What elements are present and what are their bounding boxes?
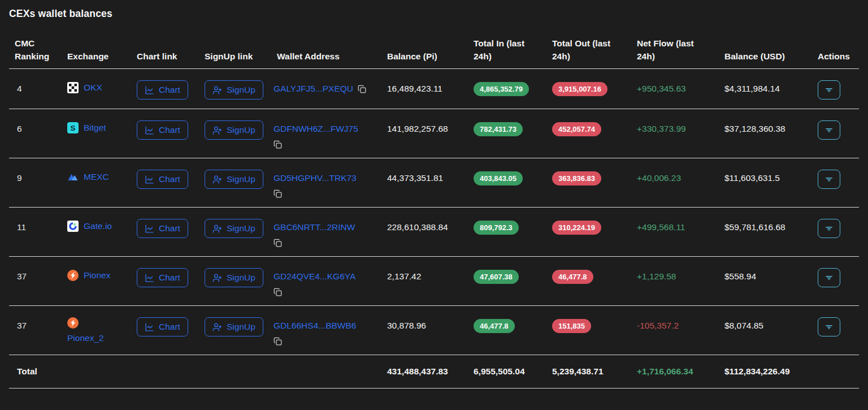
total-in-badge: 403,843.05: [474, 171, 523, 185]
exchange-name: OKX: [84, 80, 102, 95]
balance-usd-value: $59,781,616.68: [720, 219, 813, 236]
signup-button-label: SignUp: [227, 125, 255, 135]
net-flow-value: +330,373.99: [632, 120, 720, 137]
balance-pi-value: 228,610,388.84: [383, 219, 469, 236]
copy-icon[interactable]: [274, 335, 375, 347]
signup-link-button[interactable]: SignUp: [205, 268, 263, 287]
signup-link-button[interactable]: SignUp: [205, 80, 263, 100]
cmc-ranking-value: 9: [9, 170, 63, 187]
exchange-link[interactable]: MEXC: [67, 170, 116, 184]
actions-filter-button[interactable]: [818, 219, 840, 238]
okx-logo: [67, 82, 79, 93]
column-header-balance-usd: Balance (USD): [720, 50, 813, 63]
actions-filter-button[interactable]: [818, 317, 840, 336]
total-in-badge: 46,477.8: [474, 319, 515, 333]
chart-button-label: Chart: [159, 174, 180, 184]
copy-icon[interactable]: [274, 286, 375, 297]
exchange-link[interactable]: S Bitget: [67, 120, 116, 135]
cmc-ranking-value: 4: [9, 80, 63, 97]
pionex-logo: [67, 270, 79, 281]
chart-link-button[interactable]: Chart: [137, 80, 188, 100]
table-row: 4 OKX Chart SignUp GALYJFJ5...PXEQU: [9, 69, 859, 109]
wallet-address-link[interactable]: GALYJFJ5...PXEQU: [274, 80, 353, 97]
signup-link-button[interactable]: SignUp: [205, 120, 263, 140]
column-header-net-flow: Net Flow (last 24h): [632, 37, 720, 63]
exchange-link[interactable]: OKX: [67, 80, 116, 95]
column-header-cmc-ranking: CMC Ranking: [9, 37, 63, 63]
wallet-address-link[interactable]: GDL66HS4...BBWB6: [274, 317, 356, 334]
signup-button-label: SignUp: [227, 85, 255, 95]
column-header-signup-link: SignUp link: [200, 50, 272, 63]
actions-filter-button[interactable]: [818, 268, 840, 287]
exchange-name: Pionex: [84, 268, 110, 283]
column-header-total-in: Total In (last 24h): [469, 37, 548, 63]
filter-icon: [824, 223, 834, 234]
exchange-link[interactable]: Pionex_2: [67, 317, 116, 346]
balance-usd-value: $11,603,631.5: [720, 170, 813, 187]
user-plus-icon: [212, 175, 222, 184]
filter-icon: [824, 85, 834, 95]
filter-icon: [824, 125, 834, 135]
chart-button-label: Chart: [159, 273, 180, 283]
signup-link-button[interactable]: SignUp: [205, 219, 263, 238]
copy-icon[interactable]: [358, 83, 366, 94]
cmc-ranking-value: 37: [9, 268, 63, 285]
total-out-badge: 363,836.83: [552, 171, 601, 185]
filter-icon: [824, 273, 834, 283]
exchange-name: Gate.io: [84, 219, 112, 234]
signup-button-label: SignUp: [227, 273, 255, 283]
page-title: CEXs wallet balances: [9, 8, 859, 20]
actions-filter-button[interactable]: [818, 80, 840, 100]
exchange-name: MEXC: [84, 170, 109, 184]
net-flow-value: +1,129.58: [632, 268, 720, 285]
chart-link-button[interactable]: Chart: [137, 219, 188, 238]
wallet-address-link[interactable]: GD24QVE4...KG6YA: [274, 268, 355, 285]
copy-icon[interactable]: [274, 237, 375, 248]
total-out-value: 5,239,438.71: [548, 363, 632, 380]
bitget-logo: S: [67, 122, 79, 133]
chart-line-icon: [145, 85, 154, 95]
copy-icon[interactable]: [274, 188, 375, 199]
signup-button-label: SignUp: [227, 322, 255, 332]
wallet-address-link[interactable]: GD5HGPHV...TRK73: [274, 170, 357, 187]
balance-usd-value: $558.94: [720, 268, 813, 285]
copy-icon[interactable]: [274, 139, 375, 150]
column-header-balance-pi: Balance (Pi): [383, 50, 469, 63]
total-out-badge: 452,057.74: [552, 122, 601, 136]
column-header-exchange: Exchange: [63, 50, 132, 63]
chart-line-icon: [145, 126, 154, 135]
signup-link-button[interactable]: SignUp: [205, 170, 263, 189]
total-in-badge: 4,865,352.79: [474, 82, 529, 96]
chart-link-button[interactable]: Chart: [137, 268, 188, 287]
actions-filter-button[interactable]: [818, 120, 840, 140]
chart-link-button[interactable]: Chart: [137, 170, 188, 189]
balance-pi-value: 44,373,351.81: [383, 170, 469, 187]
total-balance-usd-value: $112,834,226.49: [720, 363, 813, 380]
chart-line-icon: [145, 224, 154, 234]
exchange-link[interactable]: Pionex: [67, 268, 116, 283]
chart-line-icon: [145, 322, 154, 332]
cmc-ranking-value: 11: [9, 219, 63, 236]
cmc-ranking-value: 37: [9, 317, 63, 334]
chart-button-label: Chart: [159, 322, 180, 332]
signup-link-button[interactable]: SignUp: [205, 317, 263, 336]
exchange-link[interactable]: Gate.io: [67, 219, 116, 234]
signup-button-label: SignUp: [227, 174, 255, 184]
balance-usd-value: $8,074.85: [720, 317, 813, 334]
wallet-address-link[interactable]: GDFNWH6Z...FWJ75: [274, 120, 358, 137]
chart-line-icon: [145, 273, 154, 283]
table-row: 37 Pionex_2 Chart SignUp GDL66HS4...BBWB…: [9, 306, 859, 355]
balance-pi-value: 30,878.96: [383, 317, 469, 334]
total-out-badge: 151,835: [552, 319, 591, 333]
actions-filter-button[interactable]: [818, 170, 840, 189]
total-in-value: 6,955,505.04: [469, 363, 548, 380]
chart-link-button[interactable]: Chart: [137, 317, 188, 336]
net-flow-value: +950,345.63: [632, 80, 720, 97]
mexc-logo: [67, 171, 79, 183]
table-body: 4 OKX Chart SignUp GALYJFJ5...PXEQU: [9, 69, 859, 355]
filter-icon: [824, 322, 834, 332]
chart-button-label: Chart: [159, 223, 180, 234]
wallet-address-link[interactable]: GBC6NRTT...2RINW: [274, 219, 355, 236]
chart-link-button[interactable]: Chart: [137, 120, 188, 140]
net-flow-value: +40,006.23: [632, 170, 720, 187]
